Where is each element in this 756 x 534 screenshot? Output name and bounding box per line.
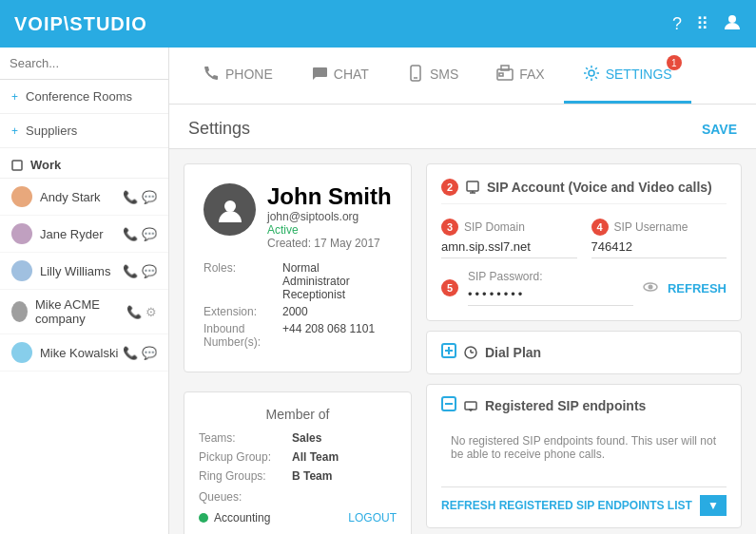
tab-fax[interactable]: FAX bbox=[477, 48, 563, 104]
queues-label: Queues: bbox=[199, 490, 397, 504]
refresh-endpoints-button[interactable]: REFRESH REGISTERED SIP ENDPOINTS LIST bbox=[441, 499, 692, 512]
sip-password-field: SIP Password: •••••••• bbox=[468, 270, 633, 306]
endpoints-dropdown-button[interactable]: ▼ bbox=[700, 495, 727, 516]
contact-name-mike-kowalski: Mike Kowalski bbox=[11, 342, 118, 363]
member-title: Member of bbox=[199, 407, 397, 422]
inbound-value: +44 208 068 1101 bbox=[282, 322, 375, 335]
password-visibility-toggle[interactable] bbox=[643, 279, 658, 297]
work-icon bbox=[11, 160, 23, 171]
chat-icon: 💬 bbox=[142, 227, 157, 241]
svg-point-10 bbox=[589, 70, 594, 76]
sidebar-item-conference-rooms[interactable]: + Conference Rooms bbox=[0, 80, 168, 114]
endpoints-collapse-icon[interactable] bbox=[441, 396, 456, 415]
sip-domain-username-row: 3 SIP Domain amn.sip.ssl7.net 4 SIP User… bbox=[441, 219, 727, 258]
sidebar-contact-mike-kowalski[interactable]: Mike Kowalski 📞 💬 bbox=[0, 334, 168, 372]
ring-label: Ring Groups: bbox=[199, 469, 284, 483]
extension-row: Extension: 2000 bbox=[204, 305, 392, 318]
sip-domain-field: 3 SIP Domain amn.sip.ssl7.net bbox=[441, 219, 577, 258]
sip-username-field: 4 SIP Username 746412 bbox=[591, 219, 727, 258]
contact-name-lilly: Lilly Williams bbox=[11, 260, 110, 281]
svg-rect-4 bbox=[12, 161, 22, 170]
main-layout: + Conference Rooms + Suppliers Work Andy… bbox=[0, 48, 756, 534]
roles-label: Roles: bbox=[204, 261, 275, 275]
tab-sms[interactable]: SMS bbox=[388, 48, 477, 104]
search-input[interactable] bbox=[10, 56, 169, 70]
profile-card: John Smith john@siptools.org Active Crea… bbox=[184, 163, 412, 372]
endpoints-title: Registered SIP endpoints bbox=[485, 398, 646, 413]
pickup-label: Pickup Group: bbox=[199, 450, 284, 464]
andy-contact-icons: 📞 💬 bbox=[123, 190, 157, 204]
sip-username-label: SIP Username bbox=[614, 220, 688, 234]
phone-icon: 📞 bbox=[123, 264, 138, 278]
queue-item-accounting: Accounting LOGOUT bbox=[199, 507, 397, 528]
sip-domain-label-row: 3 SIP Domain bbox=[441, 219, 577, 236]
tab-settings-label: SETTINGS bbox=[606, 67, 672, 82]
sidebar-contact-lilly[interactable]: Lilly Williams 📞 💬 bbox=[0, 253, 168, 290]
settings-inner: John Smith john@siptools.org Active Crea… bbox=[169, 149, 756, 534]
inbound-row: InboundNumber(s): +44 208 068 1101 bbox=[204, 322, 392, 349]
teams-label: Teams: bbox=[199, 431, 284, 445]
contact-name-andy: Andy Stark bbox=[11, 186, 101, 207]
sip-password-row: 5 SIP Password: •••••••• REFRESH bbox=[441, 270, 727, 306]
tab-chat[interactable]: CHAT bbox=[292, 48, 388, 104]
plus-icon-conference: + bbox=[11, 90, 18, 104]
sip-card-header: 2 SIP Account (Voice and Video calls) bbox=[441, 179, 727, 204]
fax-tab-icon bbox=[496, 65, 514, 85]
svg-rect-9 bbox=[499, 73, 503, 76]
ring-row: Ring Groups: B Team bbox=[199, 469, 397, 483]
phone-icon: 📞 bbox=[126, 305, 142, 319]
phone-icon: 📞 bbox=[123, 190, 138, 204]
phone-tab-icon bbox=[203, 65, 220, 85]
teams-value: Sales bbox=[292, 431, 321, 445]
sidebar-contact-andy[interactable]: Andy Stark 📞 💬 bbox=[0, 179, 168, 216]
refresh-password-button[interactable]: REFRESH bbox=[668, 281, 727, 296]
profile-details: Roles: NormalAdministratorReceptionist E… bbox=[204, 261, 392, 349]
svg-rect-8 bbox=[501, 66, 509, 70]
sidebar: + Conference Rooms + Suppliers Work Andy… bbox=[0, 48, 169, 534]
profile-created: Created: 17 May 2017 bbox=[267, 237, 392, 250]
save-button[interactable]: SAVE bbox=[702, 122, 737, 137]
sidebar-label-suppliers: Suppliers bbox=[26, 124, 77, 138]
queues-section: Queues: Accounting LOGOUT bbox=[199, 490, 397, 528]
dial-plan-expand-icon[interactable] bbox=[441, 343, 456, 362]
sidebar-contact-mike-acme[interactable]: Mike ACME company 📞 ⚙ bbox=[0, 290, 168, 334]
tab-fax-label: FAX bbox=[519, 67, 544, 82]
sidebar-label-work: Work bbox=[30, 158, 61, 172]
sip-account-card: 2 SIP Account (Voice and Video calls) 3 … bbox=[426, 163, 742, 321]
pickup-value: All Team bbox=[292, 450, 339, 464]
logout-queue-button[interactable]: LOGOUT bbox=[348, 511, 397, 524]
ring-value: B Team bbox=[292, 469, 332, 483]
settings-tab-badge: 1 bbox=[667, 55, 682, 70]
queue-status-dot bbox=[199, 513, 208, 523]
tab-settings[interactable]: SETTINGS 1 bbox=[564, 48, 691, 104]
tab-phone-label: PHONE bbox=[225, 67, 273, 82]
svg-rect-25 bbox=[465, 402, 476, 410]
user-icon[interactable] bbox=[723, 12, 742, 36]
jane-contact-icons: 📞 💬 bbox=[123, 227, 157, 241]
sidebar-contact-jane[interactable]: Jane Ryder 📞 💬 bbox=[0, 216, 168, 253]
svg-point-11 bbox=[224, 200, 236, 212]
chat-icon: 💬 bbox=[142, 264, 157, 278]
contact-name-mike-acme: Mike ACME company bbox=[11, 297, 126, 326]
profile-info: John Smith john@siptools.org Active Crea… bbox=[267, 183, 392, 250]
sip-account-title: SIP Account (Voice and Video calls) bbox=[487, 180, 712, 195]
sip-domain-label: SIP Domain bbox=[464, 220, 525, 234]
teams-row: Teams: Sales bbox=[199, 431, 397, 445]
chat-icon: 💬 bbox=[142, 190, 157, 204]
sip-username-badge: 4 bbox=[591, 219, 609, 236]
settings-header: Settings SAVE bbox=[169, 105, 756, 149]
avatar-lilly bbox=[11, 260, 32, 281]
chat-icon: 💬 bbox=[142, 346, 157, 360]
tab-phone[interactable]: PHONE bbox=[184, 48, 292, 104]
help-icon[interactable]: ? bbox=[672, 14, 682, 34]
sip-password-value: •••••••• bbox=[468, 287, 633, 306]
endpoint-footer: REFRESH REGISTERED SIP ENDPOINTS LIST ▼ bbox=[441, 486, 727, 516]
grid-icon[interactable]: ⠿ bbox=[696, 13, 708, 34]
plus-icon-suppliers: + bbox=[11, 124, 18, 138]
svg-rect-12 bbox=[467, 181, 478, 191]
sidebar-item-work[interactable]: Work bbox=[0, 148, 168, 179]
sip-password-label: SIP Password: bbox=[468, 270, 633, 283]
sip-badge: 2 bbox=[441, 179, 458, 196]
dial-plan-icon bbox=[464, 346, 477, 359]
sidebar-item-suppliers[interactable]: + Suppliers bbox=[0, 114, 168, 148]
